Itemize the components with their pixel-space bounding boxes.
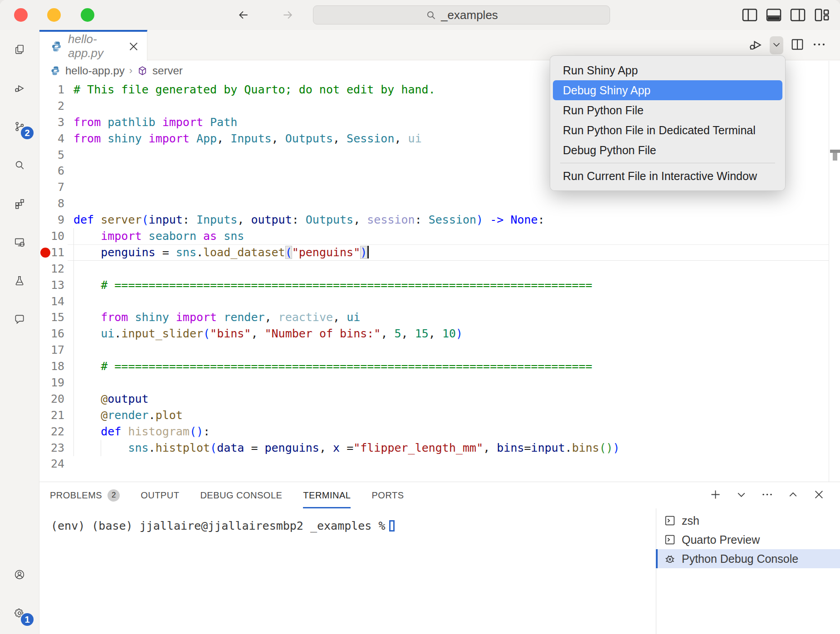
panel-tab-debug-console[interactable]: DEBUG CONSOLE (200, 482, 282, 508)
code-line-content[interactable]: from shiny import render, reactive, ui (64, 309, 360, 326)
code-line-10[interactable]: 10 import seaborn as sns (39, 228, 840, 244)
line-number[interactable]: 6 (39, 163, 64, 179)
titlebar-layout-sidebar-right-icon[interactable] (789, 6, 807, 26)
terminal-list-item[interactable]: Python Debug Console (656, 549, 840, 568)
traffic-light-zoom[interactable] (81, 8, 94, 22)
editor-action-split-editor-icon[interactable] (790, 37, 805, 54)
line-number[interactable]: 19 (39, 375, 64, 391)
terminal-output[interactable]: (env) (base) jjallaire@jjallairesmbp2 _e… (51, 519, 395, 532)
panel-action-chevron-down-icon[interactable] (735, 488, 748, 503)
code-line-content[interactable]: from shiny import App, Inputs, Outputs, … (64, 131, 422, 147)
activity-bar-item-comments[interactable] (0, 300, 39, 338)
close-icon[interactable] (127, 40, 140, 53)
menu-item[interactable]: Debug Shiny App (553, 80, 782, 100)
line-number[interactable]: 16 (39, 326, 64, 342)
line-number[interactable]: 5 (39, 147, 64, 163)
code-line-22[interactable]: 22 def histogram(): (39, 424, 840, 440)
code-line-17[interactable]: 17 (39, 342, 840, 358)
activity-bar-item-extensions[interactable] (0, 184, 39, 223)
code-line-24[interactable]: 24 (39, 456, 840, 472)
panel-action-ellipsis-icon[interactable] (761, 488, 774, 503)
line-number[interactable]: 7 (39, 179, 64, 195)
code-line-content[interactable]: def histogram(): (64, 424, 210, 440)
code-line-8[interactable]: 8 (39, 195, 840, 212)
code-line-20[interactable]: 20 @output (39, 391, 840, 407)
activity-bar-item-beaker[interactable] (0, 261, 39, 300)
line-number[interactable]: 15 (39, 309, 64, 326)
line-number[interactable]: 24 (39, 456, 64, 472)
panel-action-plus-icon[interactable] (709, 488, 722, 503)
activity-bar-item-remote[interactable] (0, 223, 39, 261)
breadcrumb[interactable]: hello-app.py › server (39, 61, 183, 80)
code-line-13[interactable]: 13 # ===================================… (39, 277, 840, 293)
code-line-content[interactable]: ui.input_slider("bins", "Number of bins:… (64, 326, 463, 342)
code-line-content[interactable]: @render.plot (64, 407, 183, 424)
activity-bar-item-search[interactable] (0, 146, 39, 184)
code-line-content[interactable]: sns.histplot(data = penguins, x ="flippe… (64, 440, 620, 456)
back-button[interactable] (234, 5, 254, 25)
editor-action-debug-run-icon[interactable] (748, 37, 763, 54)
code-line-content[interactable]: # This file generated by Quarto; do not … (64, 82, 435, 98)
terminal-list-item[interactable]: Quarto Preview (656, 530, 840, 549)
titlebar-layout-customize-icon[interactable] (813, 6, 831, 26)
code-line-14[interactable]: 14 (39, 293, 840, 310)
code-line-12[interactable]: 12 (39, 261, 840, 277)
line-number[interactable]: 18 (39, 358, 64, 375)
menu-item[interactable]: Run Current File in Interactive Window (553, 166, 782, 186)
code-line-16[interactable]: 16 ui.input_slider("bins", "Number of bi… (39, 326, 840, 342)
panel-action-close-icon[interactable] (812, 488, 825, 503)
panel-tab-output[interactable]: OUTPUT (141, 482, 179, 508)
code-line-content[interactable]: import seaborn as sns (64, 228, 244, 244)
titlebar-layout-sidebar-left-icon[interactable] (741, 6, 759, 26)
line-number[interactable]: 13 (39, 277, 64, 293)
panel-tab-problems[interactable]: PROBLEMS2 (50, 482, 120, 508)
panel-tab-terminal[interactable]: TERMINAL (303, 482, 351, 508)
code-line-content[interactable]: penguins = sns.load_dataset("penguins") (64, 244, 369, 261)
line-number[interactable]: 21 (39, 407, 64, 424)
line-number[interactable]: 9 (39, 212, 64, 228)
breadcrumb-file[interactable]: hello-app.py (65, 64, 125, 77)
line-number[interactable]: 17 (39, 342, 64, 358)
menu-item[interactable]: Run Python File in Dedicated Terminal (553, 120, 782, 140)
line-number[interactable]: 22 (39, 424, 64, 440)
line-number[interactable]: 1 (39, 82, 64, 98)
panel-tab-ports[interactable]: PORTS (371, 482, 404, 508)
code-line-23[interactable]: 23 sns.histplot(data = penguins, x ="fli… (39, 440, 840, 456)
panel-action-chevron-up-icon[interactable] (786, 488, 800, 503)
code-line-content[interactable]: from pathlib import Path (64, 114, 237, 131)
activity-bar-item-files[interactable] (0, 30, 39, 68)
code-line-21[interactable]: 21 @render.plot (39, 407, 840, 424)
menu-item[interactable]: Run Shiny App (553, 60, 782, 80)
breakpoint-dot[interactable] (40, 248, 50, 258)
terminal-list-item[interactable]: zsh (656, 511, 840, 530)
traffic-light-minimize[interactable] (47, 8, 61, 22)
tab-hello-app-py[interactable]: hello-app.py (39, 30, 147, 61)
activity-bar-item-account[interactable] (0, 555, 39, 594)
activity-bar-item-source-control[interactable]: 2 (0, 107, 39, 146)
code-line-content[interactable]: # ======================================… (64, 277, 592, 293)
code-line-content[interactable]: def server(input: Inputs, output: Output… (64, 212, 545, 228)
code-line-9[interactable]: 9def server(input: Inputs, output: Outpu… (39, 212, 840, 228)
menu-item[interactable]: Run Python File (553, 100, 782, 120)
activity-bar-item-settings-gear[interactable]: 1 (0, 594, 39, 632)
editor-action-chevron-down-icon[interactable] (770, 36, 783, 54)
forward-button[interactable] (278, 5, 298, 25)
editor-action-ellipsis-icon[interactable] (811, 37, 827, 54)
line-number[interactable]: 2 (39, 98, 64, 114)
code-line-content[interactable]: # ======================================… (64, 358, 592, 375)
code-line-19[interactable]: 19 (39, 375, 840, 391)
line-number[interactable]: 10 (39, 228, 64, 244)
line-number[interactable]: 14 (39, 293, 64, 310)
titlebar-layout-panel-icon[interactable] (765, 6, 783, 26)
code-line-content[interactable]: @output (64, 391, 149, 407)
activity-bar-item-run-debug[interactable] (0, 68, 39, 107)
code-line-15[interactable]: 15 from shiny import render, reactive, u… (39, 309, 840, 326)
breadcrumb-symbol[interactable]: server (152, 64, 183, 77)
line-number[interactable]: 12 (39, 261, 64, 277)
scrollbar-marker[interactable] (830, 150, 840, 153)
line-number[interactable]: 3 (39, 114, 64, 131)
line-number[interactable]: 20 (39, 391, 64, 407)
code-line-18[interactable]: 18 # ===================================… (39, 358, 840, 375)
command-center-search[interactable]: _examples (313, 5, 610, 24)
line-number[interactable]: 4 (39, 131, 64, 147)
